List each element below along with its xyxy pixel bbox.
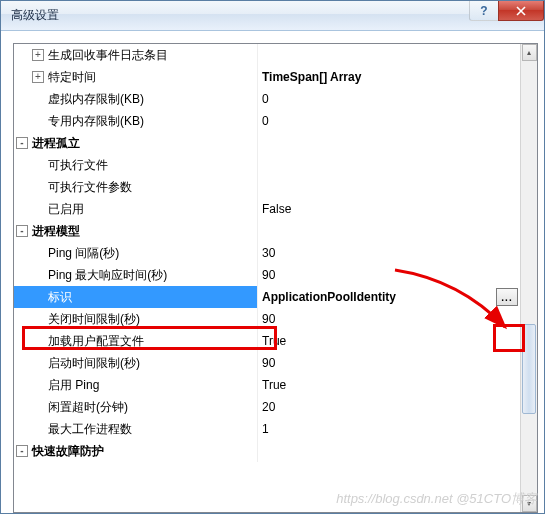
collapse-icon[interactable]: - — [16, 225, 28, 237]
property-label-cell[interactable]: 已启用 — [14, 198, 258, 220]
window-buttons: ? — [470, 1, 544, 21]
property-value-cell[interactable]: TimeSpan[] Array — [258, 66, 520, 88]
property-label: 专用内存限制(KB) — [48, 113, 144, 130]
help-button[interactable]: ? — [469, 1, 499, 21]
scroll-thumb[interactable] — [522, 324, 536, 414]
property-label: 可执行文件 — [48, 157, 108, 174]
property-label-cell[interactable]: 虚拟内存限制(KB) — [14, 88, 258, 110]
property-row[interactable]: 加载用户配置文件True — [14, 330, 520, 352]
property-value: 0 — [262, 92, 269, 106]
property-row[interactable]: 最大工作进程数1 — [14, 418, 520, 440]
property-value: 90 — [262, 268, 275, 282]
property-label-cell[interactable]: 闲置超时(分钟) — [14, 396, 258, 418]
property-label-cell[interactable]: -快速故障防护 — [14, 440, 258, 462]
property-row[interactable]: 虚拟内存限制(KB)0 — [14, 88, 520, 110]
collapse-icon[interactable]: - — [16, 137, 28, 149]
titlebar[interactable]: 高级设置 ? — [1, 1, 544, 31]
property-grid-wrap: +生成回收事件日志条目+特定时间TimeSpan[] Array虚拟内存限制(K… — [13, 43, 538, 513]
property-value-cell[interactable] — [258, 132, 520, 154]
category-row[interactable]: -快速故障防护 — [14, 440, 520, 462]
property-row[interactable]: +特定时间TimeSpan[] Array — [14, 66, 520, 88]
property-row[interactable]: 可执行文件 — [14, 154, 520, 176]
property-label-cell[interactable]: Ping 最大响应时间(秒) — [14, 264, 258, 286]
property-value-cell[interactable]: 1 — [258, 418, 520, 440]
property-value: 1 — [262, 422, 269, 436]
property-row[interactable]: 专用内存限制(KB)0 — [14, 110, 520, 132]
property-value-cell[interactable]: False — [258, 198, 520, 220]
property-label-cell[interactable]: 专用内存限制(KB) — [14, 110, 258, 132]
property-row[interactable]: 可执行文件参数 — [14, 176, 520, 198]
close-icon — [516, 6, 526, 16]
property-label: 快速故障防护 — [32, 443, 104, 460]
property-label-cell[interactable]: +生成回收事件日志条目 — [14, 44, 258, 66]
property-row[interactable]: 启动时间限制(秒)90 — [14, 352, 520, 374]
property-label: 加载用户配置文件 — [48, 333, 144, 350]
dialog-content: +生成回收事件日志条目+特定时间TimeSpan[] Array虚拟内存限制(K… — [1, 31, 544, 513]
property-label-cell[interactable]: 启用 Ping — [14, 374, 258, 396]
property-label-cell[interactable]: 最大工作进程数 — [14, 418, 258, 440]
property-value-cell[interactable] — [258, 154, 520, 176]
property-value-cell[interactable]: 0 — [258, 110, 520, 132]
property-label: 标识 — [48, 289, 72, 306]
property-value-cell[interactable]: 20 — [258, 396, 520, 418]
property-label: 启动时间限制(秒) — [48, 355, 140, 372]
property-value-cell[interactable]: 90 — [258, 352, 520, 374]
property-label: 最大工作进程数 — [48, 421, 132, 438]
property-row[interactable]: +生成回收事件日志条目 — [14, 44, 520, 66]
property-label: 特定时间 — [48, 69, 96, 86]
property-row[interactable]: Ping 最大响应时间(秒)90 — [14, 264, 520, 286]
property-label: Ping 最大响应时间(秒) — [48, 267, 167, 284]
property-value-cell[interactable]: ApplicationPoolIdentity... — [258, 286, 520, 308]
property-label-cell[interactable]: 可执行文件参数 — [14, 176, 258, 198]
property-value: 90 — [262, 356, 275, 370]
property-value-cell[interactable]: 90 — [258, 308, 520, 330]
expand-icon[interactable]: + — [32, 49, 44, 61]
category-row[interactable]: -进程孤立 — [14, 132, 520, 154]
property-label-cell[interactable]: Ping 间隔(秒) — [14, 242, 258, 264]
property-row[interactable]: 关闭时间限制(秒)90 — [14, 308, 520, 330]
property-value: False — [262, 202, 291, 216]
property-label-cell[interactable]: 关闭时间限制(秒) — [14, 308, 258, 330]
property-label: 关闭时间限制(秒) — [48, 311, 140, 328]
property-label-cell[interactable]: -进程孤立 — [14, 132, 258, 154]
scroll-down-button[interactable]: ▾ — [522, 495, 537, 512]
property-label-cell[interactable]: 标识 — [14, 286, 258, 308]
property-grid[interactable]: +生成回收事件日志条目+特定时间TimeSpan[] Array虚拟内存限制(K… — [14, 44, 520, 512]
property-value: ApplicationPoolIdentity — [262, 290, 396, 304]
category-row[interactable]: -进程模型 — [14, 220, 520, 242]
property-row[interactable]: 闲置超时(分钟)20 — [14, 396, 520, 418]
property-label-cell[interactable]: 启动时间限制(秒) — [14, 352, 258, 374]
property-value: 30 — [262, 246, 275, 260]
property-value-cell[interactable]: 90 — [258, 264, 520, 286]
property-value-cell[interactable]: True — [258, 330, 520, 352]
property-value: True — [262, 334, 286, 348]
property-row[interactable]: 启用 PingTrue — [14, 374, 520, 396]
property-value-cell[interactable] — [258, 440, 520, 462]
property-row[interactable]: Ping 间隔(秒)30 — [14, 242, 520, 264]
property-label: 闲置超时(分钟) — [48, 399, 128, 416]
property-label: 已启用 — [48, 201, 84, 218]
property-value-cell[interactable]: True — [258, 374, 520, 396]
property-value-cell[interactable] — [258, 220, 520, 242]
property-value-cell[interactable]: 30 — [258, 242, 520, 264]
property-label: 启用 Ping — [48, 377, 99, 394]
scroll-up-button[interactable]: ▴ — [522, 44, 537, 61]
property-label-cell[interactable]: 加载用户配置文件 — [14, 330, 258, 352]
property-label-cell[interactable]: +特定时间 — [14, 66, 258, 88]
property-label-cell[interactable]: 可执行文件 — [14, 154, 258, 176]
expand-icon[interactable]: + — [32, 71, 44, 83]
collapse-icon[interactable]: - — [16, 445, 28, 457]
property-label: 虚拟内存限制(KB) — [48, 91, 144, 108]
property-value-cell[interactable]: 0 — [258, 88, 520, 110]
close-button[interactable] — [498, 1, 544, 21]
browse-button[interactable]: ... — [496, 288, 518, 306]
property-label-cell[interactable]: -进程模型 — [14, 220, 258, 242]
property-value-cell[interactable] — [258, 44, 520, 66]
property-label: Ping 间隔(秒) — [48, 245, 119, 262]
property-value-cell[interactable] — [258, 176, 520, 198]
property-value: 20 — [262, 400, 275, 414]
property-row[interactable]: 已启用False — [14, 198, 520, 220]
property-row[interactable]: 标识ApplicationPoolIdentity... — [14, 286, 520, 308]
property-value: 90 — [262, 312, 275, 326]
vertical-scrollbar[interactable]: ▴ ▾ — [520, 44, 537, 512]
